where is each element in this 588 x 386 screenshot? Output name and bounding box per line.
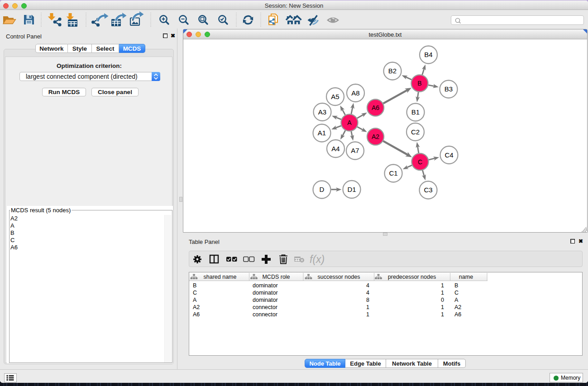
svg-text:f(x): f(x) bbox=[310, 253, 325, 265]
svg-text:MCDS role: MCDS role bbox=[262, 274, 290, 280]
svg-text:successor nodes: successor nodes bbox=[318, 274, 360, 280]
svg-text:name: name bbox=[459, 274, 473, 280]
svg-text:predecessor nodes: predecessor nodes bbox=[388, 274, 436, 280]
svg-text:shared name: shared name bbox=[204, 274, 237, 280]
